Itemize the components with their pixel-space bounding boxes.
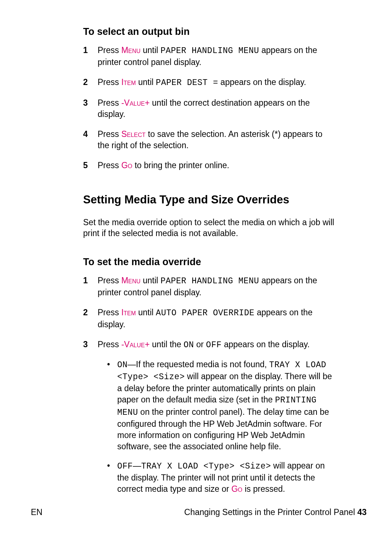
step-3: Press -Value+ until the correct destinat…: [83, 97, 335, 120]
key-item: Item: [121, 77, 136, 87]
step-2: Press Item until AUTO PAPER OVERRIDE app…: [83, 307, 335, 330]
lcd-off: OFF: [206, 340, 222, 350]
lcd-on: ON: [184, 340, 194, 350]
heading-output-bin: To select an output bin: [83, 25, 335, 38]
key-menu: Menu: [121, 276, 140, 285]
lcd-text: PAPER HANDLING MENU: [160, 46, 259, 56]
step-2: Press Item until PAPER DEST = appears on…: [83, 77, 335, 89]
page-content: To select an output bin Press Menu until…: [83, 25, 335, 503]
footer-language: EN: [31, 507, 42, 517]
heading-set-override: To set the media override: [83, 256, 335, 268]
key-select: Select: [121, 129, 146, 139]
lcd-text: AUTO PAPER OVERRIDE: [156, 308, 254, 318]
lcd-text: PAPER HANDLING MENU: [160, 276, 259, 286]
step-4: Press Select to save the selection. An a…: [83, 129, 335, 151]
key-go: Go: [121, 161, 132, 170]
steps-override: Press Menu until PAPER HANDLING MENU app…: [83, 275, 335, 495]
lcd-on: ON: [117, 360, 128, 370]
sub-bullets: ON—If the requested media is not found, …: [107, 359, 335, 495]
step-5: Press Go to bring the printer online.: [83, 160, 335, 171]
key-menu: Menu: [121, 45, 140, 55]
key-item: Item: [121, 308, 136, 317]
intro-text: Set the media override option to select …: [83, 217, 335, 239]
heading-section-overrides: Setting Media Type and Size Overrides: [83, 193, 335, 207]
step-3: Press -Value+ until the ON or OFF appear…: [83, 339, 335, 495]
key-value: -Value+: [121, 340, 150, 349]
footer-title: Changing Settings in the Printer Control…: [184, 507, 367, 517]
page-number: 43: [357, 507, 367, 517]
step-1: Press Menu until PAPER HANDLING MENU app…: [83, 275, 335, 298]
key-go: Go: [231, 484, 242, 494]
bullet-on: ON—If the requested media is not found, …: [107, 359, 335, 452]
key-value: -Value+: [121, 98, 150, 108]
steps-output-bin: Press Menu until PAPER HANDLING MENU app…: [83, 45, 335, 171]
lcd-text: TRAY X LOAD <Type> <Size>: [141, 462, 271, 471]
bullet-off: OFF—TRAY X LOAD <Type> <Size> will appea…: [107, 460, 335, 495]
step-1: Press Menu until PAPER HANDLING MENU app…: [83, 45, 335, 68]
lcd-off: OFF: [117, 462, 133, 471]
lcd-text: PAPER DEST =: [156, 78, 218, 88]
